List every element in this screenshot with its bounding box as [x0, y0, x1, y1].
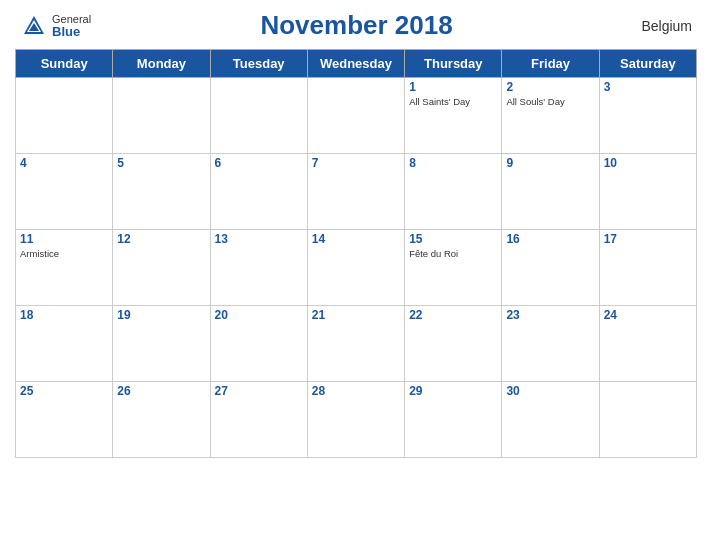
day-number: 3	[604, 80, 692, 94]
day-number: 26	[117, 384, 205, 398]
day-number: 24	[604, 308, 692, 322]
day-number: 6	[215, 156, 303, 170]
calendar-cell: 27	[210, 382, 307, 458]
calendar-cell: 20	[210, 306, 307, 382]
calendar-cell	[210, 78, 307, 154]
header-saturday: Saturday	[599, 50, 696, 78]
calendar-cell: 23	[502, 306, 599, 382]
calendar-week-row: 11Armistice12131415Fête du Roi1617	[16, 230, 697, 306]
calendar-cell: 9	[502, 154, 599, 230]
calendar-cell: 3	[599, 78, 696, 154]
calendar-cell	[307, 78, 404, 154]
calendar-page: General Blue November 2018 Belgium Sunda…	[0, 0, 712, 550]
calendar-cell: 21	[307, 306, 404, 382]
day-number: 17	[604, 232, 692, 246]
day-number: 2	[506, 80, 594, 94]
calendar-title: November 2018	[91, 10, 622, 41]
day-number: 28	[312, 384, 400, 398]
day-number: 15	[409, 232, 497, 246]
calendar-cell: 24	[599, 306, 696, 382]
calendar-cell: 14	[307, 230, 404, 306]
day-number: 5	[117, 156, 205, 170]
calendar-cell: 22	[405, 306, 502, 382]
header-monday: Monday	[113, 50, 210, 78]
calendar-cell: 30	[502, 382, 599, 458]
calendar-cell: 29	[405, 382, 502, 458]
day-number: 8	[409, 156, 497, 170]
logo: General Blue	[20, 12, 91, 40]
header-tuesday: Tuesday	[210, 50, 307, 78]
day-number: 4	[20, 156, 108, 170]
header-friday: Friday	[502, 50, 599, 78]
calendar-week-row: 45678910	[16, 154, 697, 230]
day-number: 30	[506, 384, 594, 398]
day-number: 23	[506, 308, 594, 322]
calendar-cell: 17	[599, 230, 696, 306]
logo-text: General Blue	[52, 14, 91, 38]
day-number: 1	[409, 80, 497, 94]
calendar-cell: 10	[599, 154, 696, 230]
calendar-cell: 1All Saints' Day	[405, 78, 502, 154]
calendar-cell: 13	[210, 230, 307, 306]
calendar-cell: 12	[113, 230, 210, 306]
day-number: 13	[215, 232, 303, 246]
header-wednesday: Wednesday	[307, 50, 404, 78]
calendar-header: General Blue November 2018 Belgium	[15, 10, 697, 41]
day-number: 20	[215, 308, 303, 322]
generalblue-logo-icon	[20, 12, 48, 40]
calendar-cell: 28	[307, 382, 404, 458]
calendar-cell: 16	[502, 230, 599, 306]
holiday-label: Armistice	[20, 248, 108, 259]
day-number: 16	[506, 232, 594, 246]
day-number: 21	[312, 308, 400, 322]
day-number: 7	[312, 156, 400, 170]
calendar-cell: 5	[113, 154, 210, 230]
holiday-label: All Souls' Day	[506, 96, 594, 107]
logo-blue: Blue	[52, 25, 91, 38]
header-thursday: Thursday	[405, 50, 502, 78]
calendar-week-row: 252627282930	[16, 382, 697, 458]
calendar-cell: 18	[16, 306, 113, 382]
day-number: 18	[20, 308, 108, 322]
day-number: 9	[506, 156, 594, 170]
day-number: 14	[312, 232, 400, 246]
calendar-cell: 15Fête du Roi	[405, 230, 502, 306]
holiday-label: Fête du Roi	[409, 248, 497, 259]
day-number: 10	[604, 156, 692, 170]
calendar-cell: 2All Souls' Day	[502, 78, 599, 154]
country-label: Belgium	[622, 18, 692, 34]
calendar-week-row: 18192021222324	[16, 306, 697, 382]
day-number: 19	[117, 308, 205, 322]
calendar-cell: 11Armistice	[16, 230, 113, 306]
calendar-cell: 7	[307, 154, 404, 230]
holiday-label: All Saints' Day	[409, 96, 497, 107]
day-number: 29	[409, 384, 497, 398]
calendar-cell: 25	[16, 382, 113, 458]
logo-general: General	[52, 14, 91, 25]
calendar-week-row: 1All Saints' Day2All Souls' Day3	[16, 78, 697, 154]
day-number: 25	[20, 384, 108, 398]
calendar-cell: 6	[210, 154, 307, 230]
weekday-header-row: Sunday Monday Tuesday Wednesday Thursday…	[16, 50, 697, 78]
header-sunday: Sunday	[16, 50, 113, 78]
day-number: 22	[409, 308, 497, 322]
calendar-cell: 8	[405, 154, 502, 230]
day-number: 27	[215, 384, 303, 398]
calendar-cell: 26	[113, 382, 210, 458]
calendar-cell	[16, 78, 113, 154]
calendar-table: Sunday Monday Tuesday Wednesday Thursday…	[15, 49, 697, 458]
calendar-cell: 4	[16, 154, 113, 230]
calendar-cell	[599, 382, 696, 458]
day-number: 11	[20, 232, 108, 246]
calendar-cell	[113, 78, 210, 154]
calendar-cell: 19	[113, 306, 210, 382]
day-number: 12	[117, 232, 205, 246]
